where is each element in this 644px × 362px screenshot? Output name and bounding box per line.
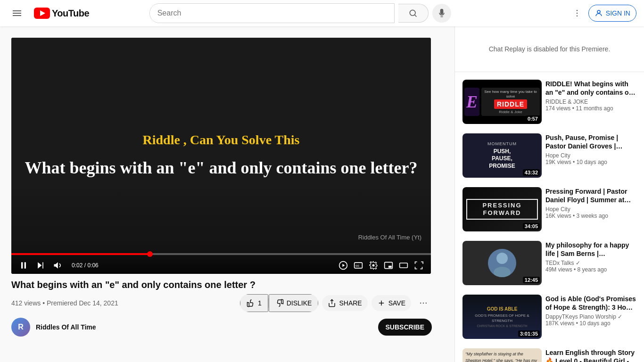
thumbnail-4: 12:45 <box>462 241 542 285</box>
sign-in-button[interactable]: SIGN IN <box>588 5 636 22</box>
search-icon <box>408 8 418 18</box>
share-label: SHARE <box>339 299 362 307</box>
duration-badge-2: 43:32 <box>523 169 540 176</box>
sidebar-video-item-3[interactable]: PRESSING FORWARD 34:05 Pressing Forward … <box>459 183 640 235</box>
mic-button[interactable] <box>432 4 451 23</box>
svg-rect-11 <box>42 262 43 268</box>
video-title-side-3: Pressing Forward | Pastor Daniel Floyd |… <box>545 187 636 204</box>
thumbnail-3: PRESSING FORWARD 34:05 <box>462 187 542 231</box>
video-channel-side-5: DappyTKeys Piano Worship ✓ <box>545 313 636 320</box>
video-views-side-5: 187K views • 10 days ago <box>545 320 636 327</box>
miniplayer-button[interactable] <box>382 259 395 272</box>
svg-point-26 <box>426 302 427 304</box>
sidebar: Chat Replay is disabled for this Premier… <box>454 26 644 348</box>
sidebar-video-item-2[interactable]: MOMENTUM PUSH,PAUSE,PROMISE 43:32 Push, … <box>459 130 640 181</box>
youtube-logo[interactable]: YouTube <box>34 8 89 19</box>
dots-vertical-icon <box>572 8 582 18</box>
play-pause-button[interactable] <box>17 259 30 272</box>
video-watermark: Riddles Of All Time (Yt) <box>358 234 421 241</box>
svg-rect-8 <box>21 262 23 268</box>
video-views-side-2: 19K views • 10 days ago <box>545 159 636 165</box>
progress-bar[interactable] <box>11 253 431 255</box>
search-bar <box>149 3 395 23</box>
video-info-side-2: Push, Pause, Promise | Pastor Daniel Gro… <box>545 133 636 178</box>
theater-button[interactable] <box>397 259 410 272</box>
sidebar-video-item-5[interactable]: GOD IS ABLE GOD'S PROMISES OF HOPE & STR… <box>459 291 640 343</box>
save-icon <box>377 299 386 307</box>
progress-fill <box>11 253 150 255</box>
cc-icon: CC <box>354 261 363 270</box>
channel-avatar[interactable]: R <box>11 318 30 337</box>
sidebar-videos: E See how many time you take to solve RI… <box>455 72 644 348</box>
svg-line-3 <box>415 15 417 17</box>
svg-point-4 <box>577 10 578 11</box>
video-info-side-1: RIDDLE! What begins with an "e" and only… <box>545 80 636 124</box>
chat-disabled-message: Chat Replay is disabled for this Premier… <box>455 26 644 72</box>
video-actions: 1 DISLIKE <box>240 294 432 312</box>
hamburger-menu-button[interactable] <box>8 4 26 23</box>
svg-point-2 <box>410 10 416 16</box>
thumbnail-1: E See how many time you take to solve RI… <box>462 80 542 124</box>
video-info-side-5: God is Able (God's Promises of Hope & St… <box>545 295 636 339</box>
video-premiere-sep: • <box>42 299 47 307</box>
video-views-side-1: 174 views • 11 months ago <box>545 105 636 112</box>
sidebar-video-item-4[interactable]: 12:45 My philosophy for a happy life | S… <box>459 237 640 289</box>
video-riddle-title: Riddle , Can You Solve This <box>25 132 417 148</box>
fullscreen-button[interactable] <box>412 259 425 272</box>
video-title-side-1: RIDDLE! What begins with an "e" and only… <box>545 80 636 97</box>
next-button[interactable] <box>34 259 47 272</box>
header-right: SIGN IN <box>568 4 636 23</box>
more-options-button[interactable] <box>568 4 586 23</box>
header: YouTube SIGN IN <box>0 0 644 26</box>
thumb-pastor-text: PUSH,PAUSE,PROMISE <box>487 148 517 170</box>
save-label: SAVE <box>388 299 405 307</box>
video-player-container: Riddle , Can You Solve This What begins … <box>11 38 431 274</box>
video-controls: 0:02 / 0:06 <box>11 249 431 274</box>
thumbnail-5: GOD IS ABLE GOD'S PROMISES OF HOPE & STR… <box>462 295 542 339</box>
video-views-side-4: 49M views • 8 years ago <box>545 266 636 273</box>
like-count: 1 <box>258 299 262 307</box>
more-actions-button[interactable] <box>415 295 432 312</box>
svg-point-25 <box>423 302 424 304</box>
svg-marker-10 <box>38 262 41 268</box>
svg-point-17 <box>372 264 375 266</box>
person-silhouette <box>488 249 516 277</box>
autoplay-button[interactable] <box>337 259 350 272</box>
mic-icon <box>437 8 446 18</box>
channel-name[interactable]: Riddles Of All Time <box>36 323 96 331</box>
volume-button[interactable] <box>51 259 64 272</box>
like-dislike-group: 1 DISLIKE <box>240 294 319 312</box>
thumb-riddle-inner: E See how many time you take to solve RI… <box>462 86 542 118</box>
svg-point-28 <box>494 267 511 277</box>
video-views-date: 412 views • Premiered Dec 14, 2021 <box>11 299 118 307</box>
hamburger-icon <box>13 9 21 17</box>
video-riddle-body: What begins with an "e" and only contain… <box>25 157 417 179</box>
miniplayer-icon <box>384 261 393 270</box>
sidebar-video-item-6[interactable]: "My stepfather is staying at the Shepton… <box>459 345 640 348</box>
gear-icon <box>369 261 378 270</box>
main-content: Riddle , Can You Solve This What begins … <box>0 26 443 348</box>
search-button[interactable] <box>398 4 429 23</box>
video-meta: 412 views • Premiered Dec 14, 2021 1 <box>11 294 432 312</box>
svg-text:CC: CC <box>355 264 360 267</box>
duration-badge-3: 34:05 <box>523 223 540 230</box>
time-display: 0:02 / 0:06 <box>72 262 329 269</box>
controls-right: CC <box>337 259 425 272</box>
share-button[interactable]: SHARE <box>322 295 367 311</box>
video-title-side-5: God is Able (God's Promises of Hope & St… <box>545 295 636 312</box>
save-button[interactable]: SAVE <box>372 295 411 311</box>
youtube-logo-icon <box>34 8 50 19</box>
search-input[interactable] <box>150 4 394 23</box>
video-title-side-4: My philosophy for a happy life | Sam Ber… <box>545 241 636 258</box>
captions-button[interactable]: CC <box>352 259 365 272</box>
video-channel-side-4: TEDx Talks ✓ <box>545 260 636 266</box>
autoplay-icon <box>339 261 348 270</box>
video-views: 412 views <box>11 299 41 307</box>
svg-marker-12 <box>54 262 58 268</box>
subscribe-button[interactable]: SUBSCRIBE <box>378 319 432 336</box>
video-title: What begins with an "e" and only contain… <box>11 280 432 290</box>
like-button[interactable]: 1 <box>240 294 268 312</box>
sidebar-video-item-1[interactable]: E See how many time you take to solve RI… <box>459 76 640 128</box>
settings-button[interactable] <box>367 259 380 272</box>
dislike-button[interactable]: DISLIKE <box>269 294 319 312</box>
